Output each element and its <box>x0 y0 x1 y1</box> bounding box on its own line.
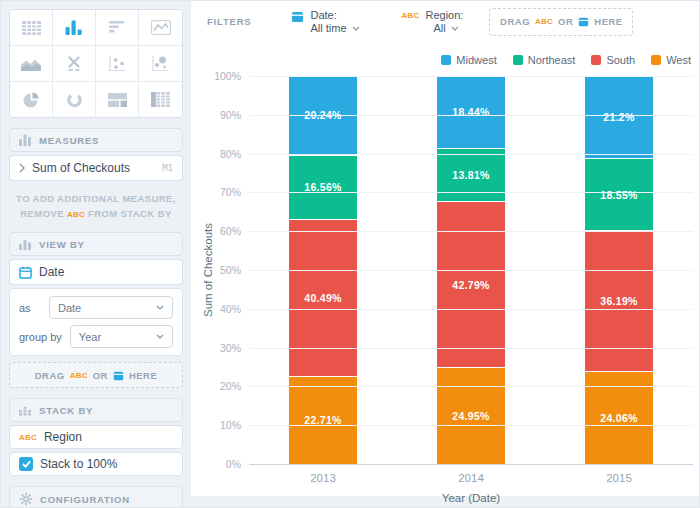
bar-value-label: 36.19% <box>585 295 653 307</box>
gridline <box>249 348 693 349</box>
dropzone-here-text: HERE <box>129 370 157 381</box>
bar-value-label: 16.56% <box>289 181 357 193</box>
as-dropdown[interactable]: Date <box>49 296 173 319</box>
legend-item-south[interactable]: South <box>591 54 635 66</box>
abc-icon: ABC <box>535 17 553 26</box>
bar-value-label: 13.81% <box>437 169 505 181</box>
y-tick-label: 40% <box>199 303 241 315</box>
y-tick-label: 20% <box>199 380 241 392</box>
gear-icon <box>19 492 33 506</box>
note-line1: TO ADD ADDITIONAL MEASURE, <box>16 193 176 204</box>
stack-to-100-checkbox[interactable] <box>19 457 33 471</box>
measures-header: MEASURES <box>9 128 183 152</box>
stack-by-header: STACK BY <box>9 398 183 422</box>
chart-type-picker <box>9 9 183 118</box>
legend-item-west[interactable]: West <box>651 54 691 66</box>
chevron-down-icon <box>156 305 164 310</box>
calendar-icon <box>291 10 304 34</box>
bar-segment-midwest[interactable]: 21.2% <box>585 76 653 158</box>
date-filter[interactable]: Date: All time <box>291 9 359 34</box>
view-by-header: VIEW BY <box>9 232 183 256</box>
filters-dropzone[interactable]: DRAG ABC OR HERE <box>489 8 633 36</box>
stack-to-100-row: Stack to 100% <box>9 452 183 476</box>
chart-type-horizontal-bar-icon[interactable] <box>96 10 139 46</box>
y-tick-label: 60% <box>199 225 241 237</box>
y-tick-label: 80% <box>199 148 241 160</box>
y-tick-label: 100% <box>199 70 241 82</box>
x-axis-title: Year (Date) <box>249 492 693 504</box>
as-dropdown-value: Date <box>58 302 150 314</box>
legend-label: Northeast <box>528 54 576 66</box>
x-tick-label: 2015 <box>606 472 632 484</box>
bar-segment-south[interactable]: 42.79% <box>437 201 505 367</box>
chart-type-donut-icon[interactable] <box>53 82 96 117</box>
stack-to-100-label: Stack to 100% <box>40 457 117 471</box>
bar-segment-northeast[interactable]: 16.56% <box>289 155 357 219</box>
chevron-down-icon <box>451 26 459 31</box>
y-tick-label: 0% <box>199 458 241 470</box>
as-row: as Date <box>19 296 173 319</box>
chart-type-pivot-table-icon[interactable] <box>139 82 182 117</box>
date-filter-value: All time <box>310 22 346 34</box>
chart-type-boxplot-icon[interactable] <box>53 46 96 82</box>
bar-segment-northeast[interactable]: 18.55% <box>585 158 653 230</box>
stack-by-field-label: Region <box>44 430 82 444</box>
measures-icon <box>19 134 32 146</box>
gridline <box>249 425 693 426</box>
abc-icon: ABC <box>70 371 88 380</box>
stack-by-field-row[interactable]: ABC Region <box>9 425 183 449</box>
gridline <box>249 192 693 193</box>
view-by-dropzone[interactable]: DRAG ABC OR HERE <box>9 362 183 388</box>
dropzone-or-text: OR <box>558 16 573 27</box>
bar-value-label: 18.44% <box>437 106 505 118</box>
bar-segment-west[interactable]: 22.71% <box>289 376 357 464</box>
view-by-field-label: Date <box>39 265 64 279</box>
legend-item-northeast[interactable]: Northeast <box>513 54 576 66</box>
legend-swatch <box>591 55 601 65</box>
measure-badge: M1 <box>162 163 173 173</box>
gridline <box>249 76 693 77</box>
region-filter[interactable]: ABC Region: All <box>402 9 464 34</box>
bar-value-label: 21.2% <box>585 111 653 123</box>
view-by-title: VIEW BY <box>39 239 85 250</box>
group-by-row: group by Year <box>19 325 173 348</box>
view-by-field-row[interactable]: Date <box>9 259 183 285</box>
note-line2-post: FROM STACK BY <box>88 208 172 219</box>
measure-item-row[interactable]: Sum of Checkouts M1 <box>9 155 183 181</box>
bar-value-label: 18.55% <box>585 189 653 201</box>
legend-swatch <box>513 55 523 65</box>
x-tick-label: 2014 <box>458 472 484 484</box>
bar-segment-south[interactable]: 36.19% <box>585 230 653 370</box>
bar-segment-west[interactable]: 24.06% <box>585 371 653 464</box>
chart-type-treemap-icon[interactable] <box>96 82 139 117</box>
y-tick-label: 10% <box>199 419 241 431</box>
abc-icon: ABC <box>67 210 85 219</box>
bar-segment-south[interactable]: 40.49% <box>289 219 357 376</box>
dropzone-or-text: OR <box>93 370 108 381</box>
legend-swatch <box>441 55 451 65</box>
bar-value-label: 24.95% <box>437 410 505 422</box>
configuration-header[interactable]: CONFIGURATION <box>9 486 183 508</box>
region-filter-label: Region: <box>425 9 463 21</box>
chart-type-area-icon[interactable] <box>10 46 53 82</box>
chart-type-pie-icon[interactable] <box>10 82 53 117</box>
x-axis-labels: 201320142015 <box>249 472 693 484</box>
chart-type-bubble-icon[interactable] <box>139 46 182 82</box>
chart-type-table-icon[interactable] <box>10 10 53 46</box>
gridline <box>249 231 693 232</box>
group-by-dropdown[interactable]: Year <box>70 325 173 348</box>
bar-segment-midwest[interactable]: 18.44% <box>437 76 505 148</box>
view-by-icon <box>19 238 32 250</box>
calendar-icon <box>19 266 32 279</box>
legend-swatch <box>651 55 661 65</box>
chart-type-bar-icon-active[interactable] <box>53 10 96 46</box>
y-tick-label: 30% <box>199 342 241 354</box>
chart-type-scatter-icon[interactable] <box>96 46 139 82</box>
legend-label: South <box>606 54 635 66</box>
stack-by-title: STACK BY <box>39 405 93 416</box>
legend-item-midwest[interactable]: Midwest <box>441 54 496 66</box>
note-line2-pre: REMOVE <box>20 208 64 219</box>
bar-segment-west[interactable]: 24.95% <box>437 367 505 464</box>
chart-type-line-icon[interactable] <box>139 10 182 46</box>
x-tick-label: 2013 <box>310 472 336 484</box>
